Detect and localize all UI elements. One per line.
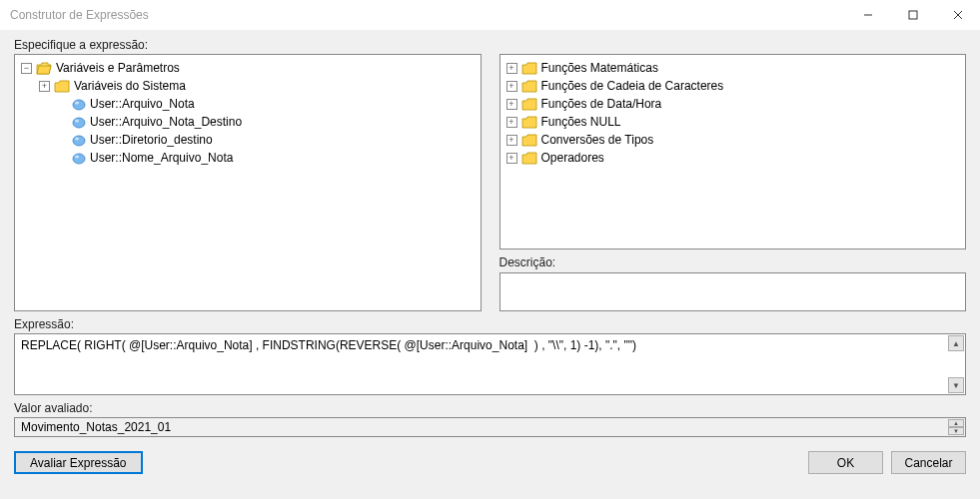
evaluated-label: Valor avaliado:: [14, 401, 966, 415]
svg-point-10: [73, 154, 85, 164]
variable-icon: [72, 151, 86, 165]
folder-icon: [521, 115, 537, 129]
folder-icon: [521, 79, 537, 93]
window-title: Construtor de Expressões: [10, 8, 845, 22]
spin-down-button[interactable]: ▼: [948, 427, 964, 435]
evaluated-spinner: ▲ ▼: [948, 419, 964, 435]
tree-node-label: User::Arquivo_Nota_Destino: [90, 115, 242, 129]
tree-node-label: User::Arquivo_Nota: [90, 97, 195, 111]
cancel-button[interactable]: Cancelar: [891, 451, 966, 474]
specify-label: Especifique a expressão:: [14, 38, 966, 52]
maximize-button[interactable]: [890, 0, 935, 30]
expression-label: Expressão:: [14, 317, 966, 331]
svg-rect-1: [909, 11, 917, 19]
evaluated-text: Movimento_Notas_2021_01: [21, 420, 171, 434]
tree-var-item[interactable]: User::Arquivo_Nota_Destino: [21, 113, 475, 131]
svg-point-7: [75, 119, 79, 122]
tree-node-label: Funções Matemáticas: [541, 61, 658, 75]
minimize-button[interactable]: [845, 0, 890, 30]
expression-section: Expressão: REPLACE( RIGHT( @[User::Arqui…: [14, 317, 966, 395]
variable-icon: [72, 133, 86, 147]
tree-var-item[interactable]: User::Arquivo_Nota: [21, 95, 475, 113]
collapse-icon[interactable]: −: [21, 63, 32, 74]
folder-icon: [521, 151, 537, 165]
svg-point-5: [75, 101, 79, 104]
folder-icon: [521, 61, 537, 75]
variable-icon: [72, 115, 86, 129]
tree-node-label: Operadores: [541, 151, 604, 165]
tree-category[interactable]: + Funções NULL: [506, 113, 960, 131]
expression-input[interactable]: REPLACE( RIGHT( @[User::Arquivo_Nota] , …: [14, 333, 966, 395]
variables-tree[interactable]: − Variáveis e Parâmetros + Variáveis do …: [14, 54, 482, 311]
tree-category[interactable]: + Conversões de Tipos: [506, 131, 960, 149]
expand-icon[interactable]: +: [506, 135, 517, 146]
tree-node-label: Funções NULL: [541, 115, 621, 129]
tree-node-label: Conversões de Tipos: [541, 133, 654, 147]
tree-node-label: Variáveis do Sistema: [74, 79, 186, 93]
tree-category[interactable]: + Funções de Cadeia de Caracteres: [506, 77, 960, 95]
titlebar: Construtor de Expressões: [0, 0, 980, 30]
evaluated-section: Valor avaliado: Movimento_Notas_2021_01 …: [14, 401, 966, 437]
folder-open-icon: [36, 61, 52, 75]
tree-node-label: User::Nome_Arquivo_Nota: [90, 151, 233, 165]
tree-category[interactable]: + Operadores: [506, 149, 960, 167]
variable-icon: [72, 97, 86, 111]
spin-down-button[interactable]: ▼: [948, 377, 964, 393]
expand-icon[interactable]: +: [506, 81, 517, 92]
close-button[interactable]: [935, 0, 980, 30]
tree-panes: − Variáveis e Parâmetros + Variáveis do …: [14, 54, 966, 311]
tree-node-label: Variáveis e Parâmetros: [56, 61, 180, 75]
svg-point-11: [75, 155, 79, 158]
expression-text: REPLACE( RIGHT( @[User::Arquivo_Nota] , …: [21, 338, 945, 352]
expand-icon[interactable]: +: [39, 81, 50, 92]
expression-spinner: ▲ ▼: [948, 335, 964, 393]
tree-var-item[interactable]: User::Diretorio_destino: [21, 131, 475, 149]
svg-point-6: [73, 118, 85, 128]
button-row: Avaliar Expressão OK Cancelar: [14, 451, 966, 474]
folder-icon: [54, 79, 70, 93]
svg-point-8: [73, 136, 85, 146]
spin-up-button[interactable]: ▲: [948, 335, 964, 351]
tree-node-label: Funções de Data/Hora: [541, 97, 662, 111]
functions-pane: + Funções Matemáticas + Funções de Cadei…: [499, 54, 967, 311]
svg-point-9: [75, 137, 79, 140]
folder-icon: [521, 133, 537, 147]
expand-icon[interactable]: +: [506, 153, 517, 164]
tree-category[interactable]: + Funções Matemáticas: [506, 59, 960, 77]
window-controls: [845, 0, 980, 30]
content: Especifique a expressão: − Variáveis e P…: [0, 30, 980, 499]
description-box: [499, 272, 967, 311]
expand-icon[interactable]: +: [506, 63, 517, 74]
spin-up-button[interactable]: ▲: [948, 419, 964, 427]
variables-pane: − Variáveis e Parâmetros + Variáveis do …: [14, 54, 482, 311]
tree-category[interactable]: + Funções de Data/Hora: [506, 95, 960, 113]
expand-icon[interactable]: +: [506, 117, 517, 128]
ok-button[interactable]: OK: [808, 451, 883, 474]
evaluated-output: Movimento_Notas_2021_01 ▲ ▼: [14, 417, 966, 437]
expand-icon[interactable]: +: [506, 99, 517, 110]
tree-var-item[interactable]: User::Nome_Arquivo_Nota: [21, 149, 475, 167]
description-label: Descrição:: [499, 255, 967, 269]
tree-root-variables[interactable]: − Variáveis e Parâmetros: [21, 59, 475, 77]
tree-node-label: User::Diretorio_destino: [90, 133, 213, 147]
tree-system-vars[interactable]: + Variáveis do Sistema: [21, 77, 475, 95]
evaluate-button[interactable]: Avaliar Expressão: [14, 451, 143, 474]
folder-icon: [521, 97, 537, 111]
svg-point-4: [73, 100, 85, 110]
tree-node-label: Funções de Cadeia de Caracteres: [541, 79, 724, 93]
functions-tree[interactable]: + Funções Matemáticas + Funções de Cadei…: [499, 54, 967, 250]
